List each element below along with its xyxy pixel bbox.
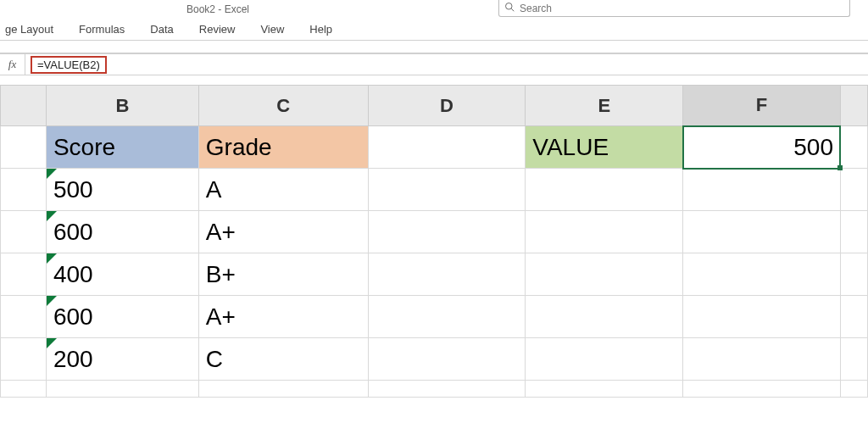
row-7 — [1, 381, 868, 398]
col-head-stub[interactable] — [1, 86, 47, 126]
tab-review[interactable]: Review — [199, 23, 236, 36]
cell-G2[interactable] — [840, 169, 867, 211]
cell-D2[interactable] — [368, 169, 526, 211]
row-3: 600 A+ — [1, 211, 868, 253]
cell-G5[interactable] — [840, 296, 867, 338]
cell-D7[interactable] — [368, 381, 526, 398]
cell-G3[interactable] — [840, 211, 867, 253]
tab-help[interactable]: Help — [309, 23, 332, 36]
row-head-7[interactable] — [1, 381, 47, 398]
worksheet-grid[interactable]: B C D E F Score Grade VALUE 500 500 A — [0, 85, 868, 398]
cell-F7[interactable] — [683, 381, 841, 398]
cell-E4[interactable] — [526, 253, 683, 296]
svg-point-0 — [506, 3, 513, 10]
tab-data[interactable]: Data — [150, 23, 173, 36]
cell-B5[interactable]: 600 — [46, 296, 198, 338]
cell-G6[interactable] — [840, 338, 867, 381]
fx-label: fx — [8, 58, 16, 71]
row-head-3[interactable] — [1, 211, 47, 253]
cell-D6[interactable] — [368, 338, 526, 381]
formula-value: =VALUE(B2) — [31, 56, 107, 74]
row-head-2[interactable] — [1, 169, 47, 211]
row-head-5[interactable] — [1, 296, 47, 338]
cell-E6[interactable] — [526, 338, 683, 381]
row-head-6[interactable] — [1, 338, 47, 381]
cell-C6[interactable]: C — [198, 338, 368, 381]
cell-E5[interactable] — [526, 296, 683, 338]
row-5: 600 A+ — [1, 296, 868, 338]
search-box[interactable] — [498, 0, 850, 17]
col-head-C[interactable]: C — [198, 86, 368, 126]
cell-D3[interactable] — [368, 211, 526, 253]
cell-B6[interactable]: 200 — [46, 338, 198, 381]
column-headers-row: B C D E F — [1, 86, 868, 126]
cell-G1[interactable] — [840, 126, 867, 169]
cell-F4[interactable] — [683, 253, 841, 296]
cell-E2[interactable] — [526, 169, 683, 211]
col-head-B[interactable]: B — [46, 86, 198, 126]
cell-E3[interactable] — [526, 211, 683, 253]
row-head-1[interactable] — [1, 126, 47, 169]
col-head-D[interactable]: D — [368, 86, 526, 126]
row-2: 500 A — [1, 169, 868, 211]
row-4: 400 B+ — [1, 253, 868, 296]
cell-B3[interactable]: 600 — [46, 211, 198, 253]
cell-D4[interactable] — [368, 253, 526, 296]
cell-C4[interactable]: B+ — [198, 253, 368, 296]
tab-page-layout[interactable]: ge Layout — [5, 23, 53, 36]
cell-B2[interactable]: 500 — [46, 169, 198, 211]
search-input[interactable] — [520, 3, 844, 14]
row-1: Score Grade VALUE 500 — [1, 126, 868, 169]
formula-input-area[interactable]: =VALUE(B2) — [25, 54, 868, 75]
row-6: 200 C — [1, 338, 868, 381]
row-head-4[interactable] — [1, 253, 47, 296]
tab-view[interactable]: View — [260, 23, 284, 36]
cell-F2[interactable] — [683, 169, 841, 211]
cell-C2[interactable]: A — [198, 169, 368, 211]
cell-B4[interactable]: 400 — [46, 253, 198, 296]
cell-E7[interactable] — [526, 381, 683, 398]
cell-F3[interactable] — [683, 211, 841, 253]
cell-B7[interactable] — [46, 381, 198, 398]
cell-C1[interactable]: Grade — [198, 126, 368, 169]
search-icon — [504, 2, 515, 14]
cell-C7[interactable] — [198, 381, 368, 398]
fx-button[interactable]: fx — [0, 54, 25, 75]
cell-F5[interactable] — [683, 296, 841, 338]
cell-D1[interactable] — [368, 126, 526, 169]
tab-formulas[interactable]: Formulas — [79, 23, 125, 36]
title-bar: Book2 - Excel — [0, 0, 868, 19]
col-head-F[interactable]: F — [683, 86, 841, 126]
ribbon-tabs: ge Layout Formulas Data Review View Help — [0, 19, 868, 41]
cell-G4[interactable] — [840, 253, 867, 296]
cell-B1[interactable]: Score — [46, 126, 198, 169]
svg-line-1 — [511, 8, 514, 11]
formula-bar: fx =VALUE(B2) — [0, 53, 868, 75]
workbook-title: Book2 - Excel — [186, 3, 249, 15]
cell-D5[interactable] — [368, 296, 526, 338]
cell-E1[interactable]: VALUE — [526, 126, 683, 169]
cell-F1[interactable]: 500 — [683, 126, 841, 169]
cell-G7[interactable] — [840, 381, 867, 398]
cell-C5[interactable]: A+ — [198, 296, 368, 338]
col-head-right — [840, 86, 867, 126]
cell-F6[interactable] — [683, 338, 841, 381]
cell-C3[interactable]: A+ — [198, 211, 368, 253]
col-head-E[interactable]: E — [526, 86, 683, 126]
